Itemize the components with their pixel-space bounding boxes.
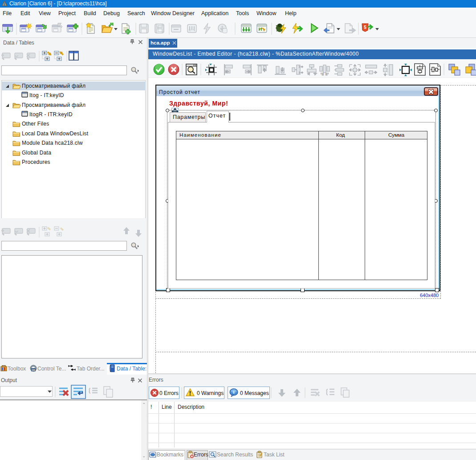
svg-text:H H: H H [322,73,328,76]
svg-text:5: 5 [364,25,366,30]
svg-text:i: i [233,389,234,395]
svg-text:OK: OK [32,369,35,371]
